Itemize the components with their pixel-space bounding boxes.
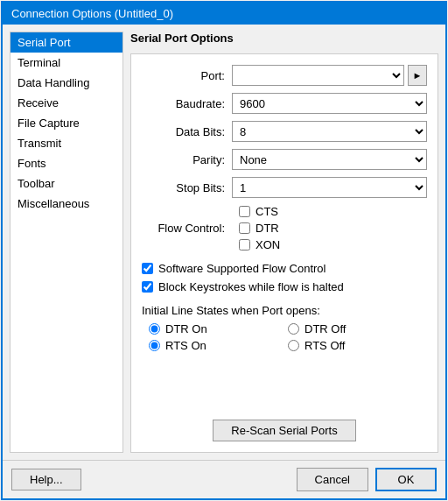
stop-bits-row: Stop Bits: 1 1.5 2 <box>142 177 427 198</box>
section-title: Serial Port Options <box>130 32 438 45</box>
stop-bits-label: Stop Bits: <box>142 181 225 194</box>
data-bits-select[interactable]: 8 7 6 5 <box>232 121 427 142</box>
cts-row: CTS <box>239 205 280 218</box>
baudrate-select[interactable]: 9600 1200 2400 4800 19200 38400 57600 11… <box>232 93 427 114</box>
dialog-footer: Help... Cancel OK <box>3 460 445 498</box>
rts-on-row: RTS On <box>149 339 288 352</box>
dtr-checkbox[interactable] <box>239 222 250 234</box>
rts-off-radio[interactable] <box>288 340 299 351</box>
ok-button[interactable]: OK <box>375 468 437 491</box>
flow-control-checkboxes: CTS DTR XON <box>239 205 280 251</box>
parity-label: Parity: <box>142 153 225 166</box>
radio-grid: DTR On DTR Off RTS On RTS Off <box>149 322 427 352</box>
port-row: Port: ► <box>142 65 427 86</box>
initial-states-label: Initial Line States when Port opens: <box>142 304 427 317</box>
rts-on-label: RTS On <box>165 339 206 352</box>
sidebar: Serial Port Terminal Data Handling Recei… <box>10 32 123 453</box>
sidebar-item-miscellaneous[interactable]: Miscellaneous <box>10 194 122 214</box>
port-select[interactable] <box>232 65 404 86</box>
dtr-off-label: DTR Off <box>304 322 346 335</box>
help-button[interactable]: Help... <box>11 469 81 490</box>
stop-bits-select[interactable]: 1 1.5 2 <box>232 177 427 198</box>
connection-options-dialog: Connection Options (Untitled_0) Serial P… <box>1 1 447 500</box>
dtr-off-row: DTR Off <box>288 322 427 335</box>
footer-right-buttons: Cancel OK <box>297 468 437 491</box>
title-bar: Connection Options (Untitled_0) <box>3 3 445 25</box>
xon-checkbox[interactable] <box>239 239 250 250</box>
xon-label: XON <box>256 238 280 251</box>
parity-control: None Odd Even Mark Space <box>232 149 427 170</box>
sidebar-item-transmit[interactable]: Transmit <box>10 133 122 153</box>
cts-label: CTS <box>256 205 278 218</box>
software-flow-label: Software Supported Flow Control <box>158 262 326 275</box>
data-bits-row: Data Bits: 8 7 6 5 <box>142 121 427 142</box>
sidebar-item-file-capture[interactable]: File Capture <box>10 113 122 133</box>
baudrate-label: Baudrate: <box>142 97 225 110</box>
dialog-title: Connection Options (Untitled_0) <box>11 7 173 20</box>
flow-control-label: Flow Control: <box>142 222 225 235</box>
sidebar-item-serial-port[interactable]: Serial Port <box>10 32 122 53</box>
cancel-button[interactable]: Cancel <box>297 468 368 491</box>
data-bits-label: Data Bits: <box>142 125 225 138</box>
dtr-on-row: DTR On <box>149 322 288 335</box>
block-keystrokes-checkbox[interactable] <box>142 281 153 293</box>
sidebar-item-data-handling[interactable]: Data Handling <box>10 73 122 93</box>
rescan-section: Re-Scan Serial Ports <box>142 411 427 441</box>
baudrate-control: 9600 1200 2400 4800 19200 38400 57600 11… <box>232 93 427 114</box>
sidebar-item-fonts[interactable]: Fonts <box>10 153 122 173</box>
port-control: ► <box>232 65 427 86</box>
sidebar-item-terminal[interactable]: Terminal <box>10 53 122 73</box>
rts-off-label: RTS Off <box>304 339 345 352</box>
sidebar-item-receive[interactable]: Receive <box>10 93 122 113</box>
dtr-on-label: DTR On <box>165 322 207 335</box>
block-keystrokes-label: Block Keystrokes while flow is halted <box>158 280 344 293</box>
cts-checkbox[interactable] <box>239 206 250 217</box>
dtr-on-radio[interactable] <box>149 323 160 335</box>
xon-row: XON <box>239 238 280 251</box>
options-panel: Port: ► Baudrate: 9600 1200 <box>130 53 438 453</box>
parity-select[interactable]: None Odd Even Mark Space <box>232 149 427 170</box>
initial-states-section: Initial Line States when Port opens: DTR… <box>142 304 427 352</box>
software-flow-row: Software Supported Flow Control <box>142 262 427 275</box>
stop-bits-control: 1 1.5 2 <box>232 177 427 198</box>
parity-row: Parity: None Odd Even Mark Space <box>142 149 427 170</box>
rts-on-radio[interactable] <box>149 340 160 351</box>
sidebar-item-toolbar[interactable]: Toolbar <box>10 173 122 194</box>
dtr-row: DTR <box>239 222 280 235</box>
block-keystrokes-row: Block Keystrokes while flow is halted <box>142 280 427 293</box>
baudrate-row: Baudrate: 9600 1200 2400 4800 19200 3840… <box>142 93 427 114</box>
port-label: Port: <box>142 69 225 82</box>
content-panel: Serial Port Options Port: ► Baudrate: <box>130 32 438 453</box>
software-checks: Software Supported Flow Control Block Ke… <box>142 262 427 293</box>
port-arrow-button[interactable]: ► <box>408 65 427 86</box>
flow-control-row: Flow Control: CTS DTR XON <box>142 205 427 251</box>
rts-off-row: RTS Off <box>288 339 427 352</box>
dtr-label: DTR <box>256 222 279 235</box>
rescan-button[interactable]: Re-Scan Serial Ports <box>213 420 355 441</box>
software-flow-checkbox[interactable] <box>142 263 153 274</box>
dtr-off-radio[interactable] <box>288 323 299 335</box>
data-bits-control: 8 7 6 5 <box>232 121 427 142</box>
